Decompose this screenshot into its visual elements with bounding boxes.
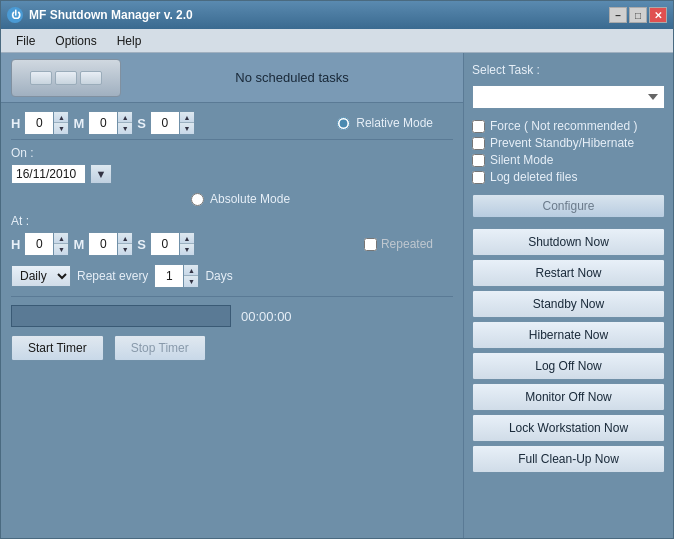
- logo-key-2: [55, 71, 77, 85]
- checkbox-log-deleted[interactable]: Log deleted files: [472, 170, 665, 184]
- window-title: MF Shutdown Manager v. 2.0: [29, 8, 609, 22]
- h-spinner-btns-relative: ▲ ▼: [53, 112, 68, 134]
- maximize-button[interactable]: □: [629, 7, 647, 23]
- restart-now-button[interactable]: Restart Now: [472, 259, 665, 287]
- task-dropdown[interactable]: [472, 85, 665, 109]
- timer-display: 00:00:00: [241, 309, 292, 324]
- full-cleanup-now-button[interactable]: Full Clean-Up Now: [472, 445, 665, 473]
- h-down-relative[interactable]: ▼: [54, 123, 68, 134]
- repeat-section: Daily Repeat every ▲ ▼ Days: [11, 264, 453, 288]
- s-up-relative[interactable]: ▲: [180, 112, 194, 123]
- absolute-mode-label: Absolute Mode: [210, 192, 290, 206]
- h-up-abs[interactable]: ▲: [54, 233, 68, 244]
- stop-timer-button[interactable]: Stop Timer: [114, 335, 206, 361]
- monitor-off-now-button[interactable]: Monitor Off Now: [472, 383, 665, 411]
- logo-box: [11, 59, 121, 97]
- repeat-input[interactable]: [155, 265, 183, 287]
- checkbox-group: Force ( Not recommended ) Prevent Standb…: [472, 119, 665, 184]
- h-spinner-btns-abs: ▲ ▼: [53, 233, 68, 255]
- close-button[interactable]: ✕: [649, 7, 667, 23]
- repeat-every-label: Repeat every: [77, 269, 148, 283]
- h-spinner-abs: ▲ ▼: [24, 232, 69, 256]
- s-down-abs[interactable]: ▼: [180, 244, 194, 255]
- prevent-standby-label: Prevent Standby/Hibernate: [490, 136, 634, 150]
- logo-inner: [30, 71, 102, 85]
- minimize-button[interactable]: –: [609, 7, 627, 23]
- m-spinner-btns-abs: ▲ ▼: [117, 233, 132, 255]
- relative-mode-radio-section: Relative Mode: [337, 116, 433, 130]
- s-spinner-btns-relative: ▲ ▼: [179, 112, 194, 134]
- force-label: Force ( Not recommended ): [490, 119, 637, 133]
- standby-now-button[interactable]: Standby Now: [472, 290, 665, 318]
- logo-key-1: [30, 71, 52, 85]
- checkbox-force[interactable]: Force ( Not recommended ): [472, 119, 665, 133]
- log-deleted-checkbox[interactable]: [472, 171, 485, 184]
- prevent-standby-checkbox[interactable]: [472, 137, 485, 150]
- absolute-section: On : ▼ Absolute Mode At : H: [11, 146, 453, 288]
- repeat-down[interactable]: ▼: [184, 276, 198, 287]
- h-down-abs[interactable]: ▼: [54, 244, 68, 255]
- repeat-up[interactable]: ▲: [184, 265, 198, 276]
- menu-file[interactable]: File: [7, 31, 44, 51]
- m-spinner-relative: ▲ ▼: [88, 111, 133, 135]
- checkbox-silent-mode[interactable]: Silent Mode: [472, 153, 665, 167]
- hibernate-now-button[interactable]: Hibernate Now: [472, 321, 665, 349]
- date-row: ▼: [11, 164, 453, 184]
- right-panel: Select Task : Force ( Not recommended ) …: [463, 53, 673, 538]
- h-label-abs: H: [11, 237, 20, 252]
- checkbox-prevent-standby[interactable]: Prevent Standby/Hibernate: [472, 136, 665, 150]
- m-input-relative[interactable]: [89, 112, 117, 134]
- configure-button[interactable]: Configure: [472, 194, 665, 218]
- m-down-relative[interactable]: ▼: [118, 123, 132, 134]
- silent-mode-checkbox[interactable]: [472, 154, 485, 167]
- start-timer-button[interactable]: Start Timer: [11, 335, 104, 361]
- main-controls: H ▲ ▼ M ▲: [1, 103, 463, 538]
- h-up-relative[interactable]: ▲: [54, 112, 68, 123]
- hms-fields-absolute: H ▲ ▼ M: [11, 232, 195, 256]
- at-label: At :: [11, 214, 453, 228]
- s-label-abs: S: [137, 237, 146, 252]
- s-input-abs[interactable]: [151, 233, 179, 255]
- s-spinner-relative: ▲ ▼: [150, 111, 195, 135]
- repeat-spinner: ▲ ▼: [154, 264, 199, 288]
- window-controls: – □ ✕: [609, 7, 667, 23]
- shutdown-now-button[interactable]: Shutdown Now: [472, 228, 665, 256]
- m-up-abs[interactable]: ▲: [118, 233, 132, 244]
- hms-fields-relative: H ▲ ▼ M ▲: [11, 111, 195, 135]
- m-spinner-btns-relative: ▲ ▼: [117, 112, 132, 134]
- calendar-button[interactable]: ▼: [90, 164, 112, 184]
- repeat-spinner-btns: ▲ ▼: [183, 265, 198, 287]
- repeated-checkbox[interactable]: [364, 238, 377, 251]
- repeated-label: Repeated: [381, 237, 433, 251]
- at-section: H ▲ ▼ M: [11, 232, 453, 256]
- s-spinner-abs: ▲ ▼: [150, 232, 195, 256]
- repeat-dropdown[interactable]: Daily: [11, 265, 71, 287]
- menu-help[interactable]: Help: [108, 31, 151, 51]
- section-divider-1: [11, 139, 453, 140]
- status-bar: No scheduled tasks: [1, 53, 463, 103]
- s-label-relative: S: [137, 116, 146, 131]
- timer-section: 00:00:00 Start Timer Stop Timer: [11, 296, 453, 361]
- lock-workstation-now-button[interactable]: Lock Workstation Now: [472, 414, 665, 442]
- relative-mode-row: H ▲ ▼ M ▲: [11, 111, 453, 135]
- m-up-relative[interactable]: ▲: [118, 112, 132, 123]
- m-label-abs: M: [73, 237, 84, 252]
- logoff-now-button[interactable]: Log Off Now: [472, 352, 665, 380]
- force-checkbox[interactable]: [472, 120, 485, 133]
- m-input-abs[interactable]: [89, 233, 117, 255]
- s-down-relative[interactable]: ▼: [180, 123, 194, 134]
- h-input-abs[interactable]: [25, 233, 53, 255]
- menu-options[interactable]: Options: [46, 31, 105, 51]
- date-input[interactable]: [11, 164, 86, 184]
- relative-mode-radio[interactable]: [337, 117, 350, 130]
- logo-key-3: [80, 71, 102, 85]
- menu-bar: File Options Help: [1, 29, 673, 53]
- h-input-relative[interactable]: [25, 112, 53, 134]
- absolute-mode-radio[interactable]: [191, 193, 204, 206]
- s-input-relative[interactable]: [151, 112, 179, 134]
- days-label: Days: [205, 269, 232, 283]
- timer-buttons: Start Timer Stop Timer: [11, 335, 453, 361]
- relative-mode-label: Relative Mode: [356, 116, 433, 130]
- m-down-abs[interactable]: ▼: [118, 244, 132, 255]
- s-up-abs[interactable]: ▲: [180, 233, 194, 244]
